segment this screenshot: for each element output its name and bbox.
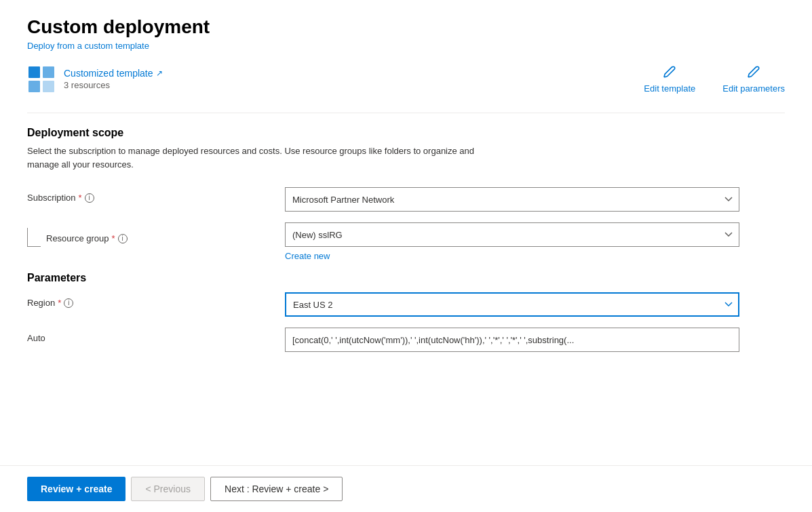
deployment-scope-desc: Select the subscription to manage deploy…: [27, 144, 502, 171]
region-control: East US 2: [285, 292, 739, 317]
resource-group-required: *: [112, 233, 115, 243]
template-link[interactable]: Customized template ↗: [64, 68, 163, 79]
template-header: Customized template ↗ 3 resources Edit t…: [27, 64, 785, 94]
resource-group-label-col: Resource group * i: [27, 222, 285, 247]
edit-parameters-button[interactable]: Edit parameters: [722, 64, 785, 94]
pencil-icon: [746, 64, 761, 79]
resource-group-select-wrapper: (New) sslRG: [285, 222, 739, 247]
indent-line: [27, 228, 41, 247]
region-label: Region: [27, 298, 55, 308]
review-create-button[interactable]: Review + create: [27, 477, 125, 501]
subscription-row: Subscription * i Microsoft Partner Netwo…: [27, 187, 785, 212]
create-new-link[interactable]: Create new: [285, 251, 330, 261]
subscription-control: Microsoft Partner Network: [285, 187, 739, 212]
resource-group-row: Resource group * i (New) sslRG Create ne…: [27, 222, 785, 261]
template-resources: 3 resources: [64, 80, 163, 90]
resource-group-control: (New) sslRG Create new: [285, 222, 739, 261]
subscription-select[interactable]: Microsoft Partner Network: [285, 187, 739, 212]
resource-group-info-icon[interactable]: i: [118, 234, 128, 243]
auto-label-col: Auto: [27, 328, 285, 343]
page-subtitle: Deploy from a custom template: [27, 41, 785, 51]
svg-rect-3: [43, 81, 54, 92]
footer: Review + create < Previous Next : Review…: [0, 465, 812, 512]
region-row: Region * i East US 2: [27, 292, 785, 317]
rg-label-inner: Resource group * i: [46, 228, 128, 243]
auto-row: Auto: [27, 328, 785, 352]
deployment-scope-title: Deployment scope: [27, 127, 785, 139]
pencil-icon: [662, 64, 677, 79]
page-title: Custom deployment: [27, 16, 785, 38]
svg-rect-2: [28, 81, 40, 92]
region-info-icon[interactable]: i: [64, 298, 73, 308]
parameters-title: Parameters: [27, 272, 785, 284]
region-select[interactable]: East US 2: [285, 292, 739, 317]
edit-template-button[interactable]: Edit template: [644, 64, 695, 94]
deployment-scope-section: Deployment scope Select the subscription…: [27, 127, 785, 261]
svg-rect-1: [43, 66, 54, 78]
auto-control: [285, 328, 739, 352]
previous-button[interactable]: < Previous: [131, 477, 205, 501]
subscription-select-wrapper: Microsoft Partner Network: [285, 187, 739, 212]
external-link-icon: ↗: [156, 68, 163, 78]
subscription-label-col: Subscription * i: [27, 187, 285, 203]
auto-label: Auto: [27, 333, 45, 343]
subscription-required: *: [79, 193, 82, 203]
region-required: *: [58, 298, 61, 308]
resource-group-label: Resource group: [46, 233, 109, 243]
svg-rect-0: [28, 66, 40, 78]
edit-buttons-container: Edit template Edit parameters: [644, 64, 785, 94]
region-select-wrapper: East US 2: [285, 292, 739, 317]
divider: [27, 113, 785, 113]
parameters-section: Parameters Region * i East US 2: [27, 272, 785, 352]
next-button[interactable]: Next : Review + create >: [210, 477, 343, 501]
subscription-label: Subscription: [27, 193, 76, 203]
resource-group-select[interactable]: (New) sslRG: [285, 222, 739, 247]
template-icon: [27, 65, 56, 94]
template-info: Customized template ↗ 3 resources: [64, 68, 163, 90]
auto-input[interactable]: [285, 328, 739, 352]
subscription-info-icon[interactable]: i: [85, 193, 94, 203]
region-label-col: Region * i: [27, 292, 285, 308]
